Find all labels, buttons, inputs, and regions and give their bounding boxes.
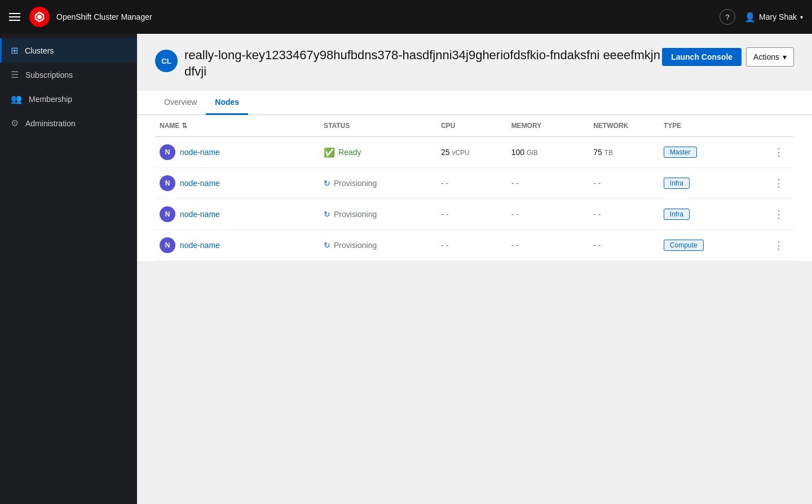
status-badge: ↻ Provisioning [324, 210, 432, 219]
nodes-table: NAME ⇅ STATUS CPU MEMORY NETWORK TYPE [155, 115, 794, 261]
sidebar-item-label: Subscriptions [25, 70, 73, 79]
gear-icon: ⚙ [11, 118, 19, 129]
table-row: N node-name ✅ Ready 25 vCPU 100 GiB [155, 137, 794, 168]
table-row: N node-name ↻ Provisioning - - - - [155, 199, 794, 230]
list-icon: ☰ [11, 69, 19, 80]
user-icon: 👤 [744, 12, 756, 23]
cluster-name: really-long-key1233467y98hufbdns378-hasd… [184, 47, 662, 79]
spinner-icon: ↻ [324, 179, 330, 188]
sort-icon: ⇅ [182, 122, 187, 130]
status-badge: ✅ Ready [324, 147, 432, 158]
brand-logo [29, 7, 50, 27]
sidebar-item-subscriptions[interactable]: ☰ Subscriptions [0, 63, 137, 87]
row-kebab-button[interactable]: ⋮ [769, 206, 788, 223]
nodes-table-container: NAME ⇅ STATUS CPU MEMORY NETWORK TYPE [137, 115, 812, 261]
check-circle-icon: ✅ [324, 147, 335, 158]
spinner-icon: ↻ [324, 241, 330, 250]
app-title: OpenShift Cluster Manager [56, 12, 152, 21]
server-icon: ⊞ [11, 45, 18, 56]
users-icon: 👥 [11, 94, 22, 104]
col-header-status: STATUS [319, 115, 436, 137]
col-header-type: TYPE [659, 115, 765, 137]
status-badge: ↻ Provisioning [324, 241, 432, 250]
chevron-down-icon: ▾ [800, 14, 803, 20]
avatar: N [160, 206, 175, 222]
tabs-bar: Overview Nodes [137, 91, 812, 115]
row-kebab-button[interactable]: ⋮ [769, 175, 788, 192]
table-row: N node-name ↻ Provisioning - - - - [155, 168, 794, 199]
type-badge: Master [664, 147, 697, 158]
cluster-header: CL really-long-key1233467y98hufbdns378-h… [155, 47, 794, 79]
avatar: N [160, 237, 175, 253]
actions-label: Actions [753, 52, 779, 61]
actions-dropdown-button[interactable]: Actions ▾ [746, 47, 794, 67]
type-badge: Infra [664, 209, 690, 220]
row-kebab-button[interactable]: ⋮ [769, 237, 788, 254]
col-header-actions [765, 115, 794, 137]
svg-point-1 [37, 15, 42, 19]
sidebar-item-label: Membership [29, 95, 72, 104]
user-name: Mary Shak [759, 12, 797, 21]
table-row: N node-name ↻ Provisioning - - - - [155, 230, 794, 261]
node-name-link[interactable]: node-name [180, 241, 220, 250]
avatar: N [160, 144, 175, 160]
sidebar-item-label: Administration [25, 119, 76, 128]
row-kebab-button[interactable]: ⋮ [769, 144, 788, 161]
node-name-link[interactable]: node-name [180, 148, 220, 157]
col-header-memory: MEMORY [507, 115, 589, 137]
actions-chevron-icon: ▾ [783, 52, 787, 61]
node-name-link[interactable]: node-name [180, 179, 220, 188]
node-name-link[interactable]: node-name [180, 210, 220, 219]
user-menu[interactable]: 👤 Mary Shak ▾ [744, 12, 803, 23]
spinner-icon: ↻ [324, 210, 330, 219]
hamburger-menu-button[interactable] [9, 13, 20, 21]
sidebar: ⊞ Clusters ☰ Subscriptions 👥 Membership … [0, 34, 137, 504]
avatar: N [160, 175, 175, 191]
sidebar-item-administration[interactable]: ⚙ Administration [0, 111, 137, 135]
status-badge: ↻ Provisioning [324, 179, 432, 188]
top-navigation: OpenShift Cluster Manager ? 👤 Mary Shak … [0, 0, 812, 34]
cluster-title-row: CL really-long-key1233467y98hufbdns378-h… [155, 47, 662, 79]
sidebar-item-label: Clusters [25, 46, 54, 55]
col-header-cpu: CPU [436, 115, 507, 137]
main-content: CL really-long-key1233467y98hufbdns378-h… [137, 34, 812, 504]
launch-console-button[interactable]: Launch Console [662, 48, 742, 66]
cluster-badge: CL [155, 50, 178, 72]
col-header-network: NETWORK [589, 115, 659, 137]
type-badge: Infra [664, 178, 690, 189]
help-button[interactable]: ? [720, 9, 735, 25]
sidebar-item-clusters[interactable]: ⊞ Clusters [0, 38, 137, 63]
cluster-actions: Launch Console Actions ▾ [662, 47, 794, 67]
tab-overview[interactable]: Overview [155, 91, 206, 115]
sidebar-item-membership[interactable]: 👥 Membership [0, 87, 137, 111]
type-badge: Compute [664, 240, 704, 251]
col-header-name[interactable]: NAME ⇅ [155, 115, 319, 137]
tab-nodes[interactable]: Nodes [206, 91, 248, 115]
